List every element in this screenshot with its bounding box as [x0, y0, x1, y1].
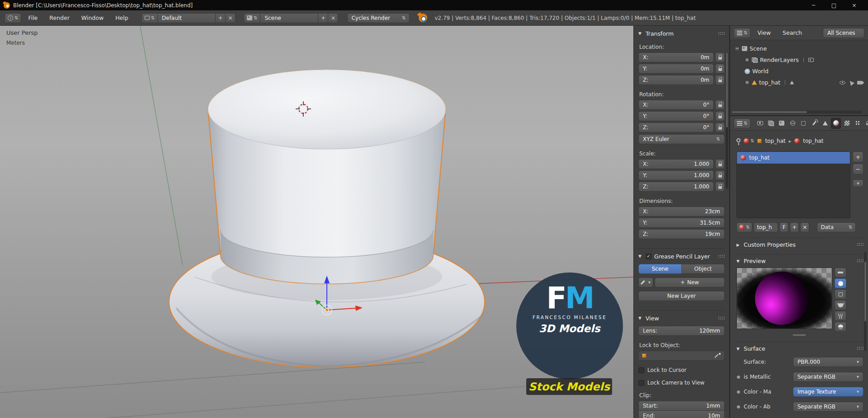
draw-mode-button[interactable]: ▾	[638, 277, 653, 287]
custom-properties-header[interactable]: ▶ Custom Properties	[736, 238, 863, 249]
selectability-cursor-icon[interactable]	[848, 79, 854, 85]
grease-pencil-panel-header[interactable]: ▼ ✓ Grease Pencil Layer	[638, 252, 725, 260]
panel-grip-icon[interactable]	[857, 243, 863, 247]
transform-panel-header[interactable]: ▼ Transform	[638, 29, 725, 38]
preview-monkey-button[interactable]	[835, 300, 846, 310]
rotation-mode-dropdown[interactable]: XYZ Euler ⇅	[638, 134, 725, 144]
lock-to-cursor-checkbox[interactable]	[638, 367, 644, 373]
scene-name[interactable]: Scene	[260, 13, 318, 23]
lock-location-x-button[interactable]	[715, 52, 725, 62]
panel-grip-icon[interactable]	[718, 254, 725, 258]
preview-resize-handle[interactable]	[793, 334, 806, 336]
surface-shader-dropdown[interactable]: PBR.000 ▾	[793, 357, 863, 367]
menu-render[interactable]: Render	[44, 14, 75, 21]
pin-icon[interactable]	[736, 138, 741, 142]
screen-layout-name[interactable]: Default	[158, 13, 216, 23]
lock-scale-y-button[interactable]	[715, 170, 725, 180]
surface-panel-header[interactable]: ▼ Surface	[736, 342, 863, 352]
npanel-scrollbar[interactable]	[726, 53, 728, 188]
renderability-camera-icon[interactable]	[857, 81, 863, 85]
tab-object-data[interactable]	[820, 118, 830, 129]
lock-to-object-field[interactable]	[638, 351, 725, 361]
location-y-field[interactable]: Y:0m	[638, 64, 714, 74]
preview-flat-button[interactable]	[835, 268, 846, 277]
tab-object[interactable]: Object	[682, 264, 725, 274]
tab-object[interactable]	[798, 118, 808, 129]
outliner-item-scene[interactable]: − Scene	[735, 43, 866, 54]
lens-slider[interactable]: Lens:120mm	[638, 326, 725, 336]
tab-material[interactable]	[831, 118, 841, 129]
outliner-scrollbar[interactable]	[732, 111, 862, 113]
delete-scene-button[interactable]: ×	[328, 13, 338, 23]
viewport-3d[interactable]: User Persp Meters FM FRANCESCO MILANESE …	[0, 26, 730, 418]
location-z-field[interactable]: Z:0m	[638, 75, 714, 85]
visibility-eye-icon[interactable]	[840, 81, 845, 85]
panel-grip-icon[interactable]	[857, 259, 863, 263]
clip-start-field[interactable]: Start:1mm	[638, 401, 725, 411]
add-screen-button[interactable]: +	[216, 13, 226, 23]
panel-grip-icon[interactable]	[718, 32, 725, 36]
render-engine-dropdown[interactable]: Cycles Render ⇅	[347, 13, 410, 23]
minimize-button[interactable]: ─	[803, 0, 824, 10]
menu-file[interactable]: File	[23, 14, 42, 21]
outliner-search-menu[interactable]: Search	[778, 29, 807, 36]
material-name-field[interactable]: top_h	[754, 222, 778, 232]
add-slot-button[interactable]: +	[853, 151, 863, 162]
breadcrumb-material[interactable]: top_hat	[803, 138, 823, 144]
grease-pencil-checkbox[interactable]: ✓	[646, 254, 651, 259]
material-slot-list[interactable]: top_hat	[736, 151, 850, 218]
lock-scale-z-button[interactable]	[715, 182, 725, 192]
rotation-y-field[interactable]: Y:0°	[638, 111, 714, 121]
top-hat-object[interactable]	[169, 70, 485, 367]
tab-render[interactable]	[755, 118, 765, 129]
new-layer-button[interactable]: New Layer	[638, 291, 725, 301]
tab-texture[interactable]	[842, 118, 852, 129]
clip-end-field[interactable]: End:10m	[638, 411, 725, 418]
outliner-item-top-hat[interactable]: + top_hat	[735, 77, 866, 88]
lock-scale-x-button[interactable]	[715, 159, 725, 169]
scale-z-field[interactable]: Z:1.000	[638, 182, 714, 192]
editor-type-button[interactable]: ⇅	[734, 28, 750, 38]
location-x-field[interactable]: X:0m	[638, 52, 714, 62]
slot-specials-button[interactable]: ▾	[853, 179, 863, 187]
panel-grip-icon[interactable]	[857, 347, 863, 351]
unlink-material-button[interactable]: ×	[800, 222, 809, 232]
delete-screen-button[interactable]: ×	[226, 13, 236, 23]
link-data-button[interactable]: Data ⇅	[817, 222, 856, 232]
collapse-box-icon[interactable]: −	[735, 46, 740, 51]
rotation-x-field[interactable]: X:0°	[638, 100, 714, 110]
lock-location-z-button[interactable]	[715, 75, 725, 85]
tab-world[interactable]	[788, 118, 797, 129]
color-ab-input-dropdown[interactable]: Separate RGB ▾	[793, 402, 863, 412]
browse-screens-button[interactable]: ⇅	[142, 13, 158, 23]
add-scene-button[interactable]: +	[318, 13, 328, 23]
dimension-y-field[interactable]: Y:31.5cm	[638, 218, 725, 228]
preview-sphere-button[interactable]	[835, 278, 846, 288]
dimension-x-field[interactable]: X:23cm	[638, 207, 725, 216]
expand-box-icon[interactable]: +	[745, 57, 750, 62]
lock-camera-checkbox[interactable]	[638, 380, 644, 386]
material-slot-item[interactable]: top_hat	[737, 152, 850, 164]
tab-physics[interactable]	[863, 118, 868, 129]
menu-window[interactable]: Window	[76, 14, 108, 21]
maximize-button[interactable]: □	[824, 0, 844, 10]
preview-hair-button[interactable]	[835, 311, 846, 321]
display-mode-dropdown[interactable]: All Scenes	[823, 28, 864, 38]
outliner-item-world[interactable]: World	[735, 66, 866, 77]
tab-render-layers[interactable]	[766, 118, 776, 129]
scale-y-field[interactable]: Y:1.000	[638, 170, 714, 180]
menu-help[interactable]: Help	[110, 14, 133, 21]
preview-sky-button[interactable]	[835, 322, 846, 332]
expand-box-icon[interactable]: +	[745, 80, 750, 85]
lock-rotation-x-button[interactable]	[715, 100, 725, 110]
breadcrumb-object[interactable]: top_hat	[765, 138, 785, 144]
tab-modifiers[interactable]	[809, 118, 819, 129]
tab-scene[interactable]: Scene	[638, 264, 682, 274]
view-panel-header[interactable]: ▼ View	[638, 314, 725, 322]
properties-scrollbar[interactable]	[864, 252, 867, 351]
color-map-input-dropdown[interactable]: Image Texture ▾	[793, 387, 863, 397]
lock-location-y-button[interactable]	[715, 64, 725, 74]
eyedropper-icon[interactable]	[715, 353, 721, 359]
editor-type-button[interactable]: ⇅	[734, 118, 750, 128]
new-material-button[interactable]: +	[790, 222, 799, 232]
